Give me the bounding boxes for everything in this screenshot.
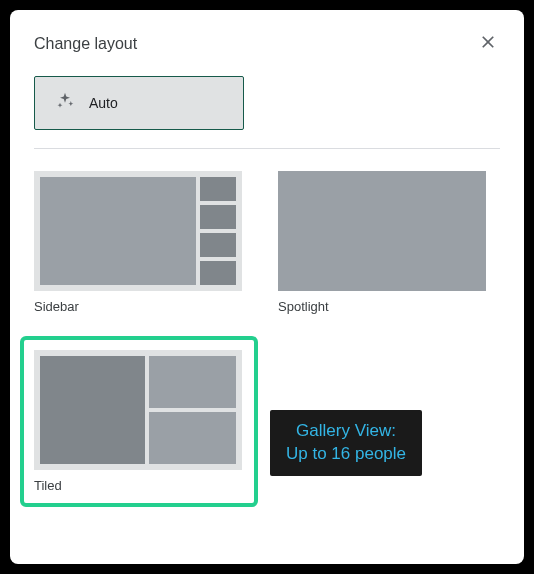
dialog-header: Change layout bbox=[34, 32, 500, 56]
tooltip-line2: Up to 16 people bbox=[286, 444, 406, 463]
close-button[interactable] bbox=[476, 32, 500, 56]
tiled-thumbnail bbox=[34, 350, 242, 470]
layout-options: Sidebar Spotlight Tiled bbox=[34, 171, 500, 493]
layout-option-spotlight[interactable]: Spotlight bbox=[278, 171, 486, 314]
tiled-tooltip: Gallery View: Up to 16 people bbox=[270, 410, 422, 476]
auto-label: Auto bbox=[89, 95, 118, 111]
layout-option-tiled[interactable]: Tiled bbox=[34, 350, 242, 493]
auto-layout-button[interactable]: Auto bbox=[34, 76, 244, 130]
layout-option-tiled-selected: Tiled bbox=[20, 336, 258, 507]
tiled-label: Tiled bbox=[34, 478, 242, 493]
close-icon bbox=[478, 32, 498, 56]
change-layout-dialog: Change layout Auto bbox=[10, 10, 524, 564]
sidebar-label: Sidebar bbox=[34, 299, 242, 314]
tooltip-line1: Gallery View: bbox=[296, 421, 396, 440]
spotlight-label: Spotlight bbox=[278, 299, 486, 314]
auto-option-row: Auto bbox=[34, 76, 500, 130]
dialog-title: Change layout bbox=[34, 35, 137, 53]
sidebar-thumbnail bbox=[34, 171, 242, 291]
layout-option-sidebar[interactable]: Sidebar bbox=[34, 171, 242, 314]
divider bbox=[34, 148, 500, 149]
sparkle-icon bbox=[55, 91, 75, 115]
spotlight-thumbnail bbox=[278, 171, 486, 291]
